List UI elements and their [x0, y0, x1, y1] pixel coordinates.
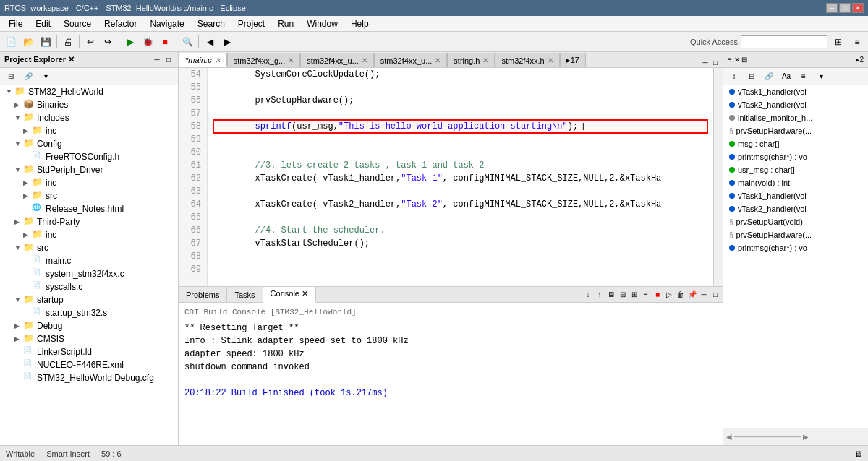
- close-tab-main-c[interactable]: ✕: [215, 56, 221, 64]
- close-tab-string-h[interactable]: ✕: [482, 56, 488, 64]
- tab-overflow[interactable]: ▸17: [560, 53, 586, 67]
- editor-scrollbar[interactable]: [713, 68, 723, 286]
- tree-item-startup[interactable]: ▼ 📁 startup: [0, 293, 178, 306]
- outline-item-main[interactable]: main(void) : int: [723, 176, 868, 189]
- outline-btn3[interactable]: 🔗: [761, 69, 777, 85]
- quick-access-input[interactable]: [741, 35, 827, 48]
- save-button[interactable]: 💾: [38, 34, 54, 50]
- console-maximize-button[interactable]: □: [710, 290, 720, 300]
- tab-console[interactable]: Console ✕: [263, 287, 316, 303]
- console-open-button[interactable]: ▷: [664, 290, 674, 300]
- menu-refactor[interactable]: Refactor: [98, 17, 142, 30]
- tree-item-stdperiph[interactable]: ▼ 📁 StdPeriph_Driver: [0, 163, 178, 176]
- outline-btn4[interactable]: Aa: [778, 69, 794, 85]
- close-tab-stm32-u2[interactable]: ✕: [435, 56, 441, 64]
- outline-item-printmsg1[interactable]: printmsg(char*) : vo: [723, 150, 868, 163]
- menu-source[interactable]: Source: [58, 17, 97, 30]
- outline-item-msg[interactable]: msg : char[]: [723, 137, 868, 150]
- menu-window[interactable]: Window: [301, 17, 344, 30]
- tree-item-debug[interactable]: ▶ 📁 Debug: [0, 319, 178, 332]
- outline-item-vtask1[interactable]: vTask1_handler(voi: [723, 85, 868, 98]
- minimize-button[interactable]: ─: [826, 3, 838, 13]
- stop-button[interactable]: ■: [157, 34, 173, 50]
- pin-button[interactable]: 📌: [687, 290, 697, 300]
- forward-button[interactable]: ▶: [219, 34, 235, 50]
- tree-item-inc1[interactable]: ▶ 📁 inc: [0, 124, 178, 137]
- tree-item-debug-cfg[interactable]: ▶ 📄 STM32_HelloWorld Debug.cfg: [0, 371, 178, 384]
- view-menu-button[interactable]: ≡: [849, 34, 865, 50]
- menu-project[interactable]: Project: [232, 17, 271, 30]
- outline-item-vtask2[interactable]: vTask2_handler(voi: [723, 98, 868, 111]
- tree-item-linker[interactable]: ▶ 📄 LinkerScript.ld: [0, 345, 178, 358]
- tree-item-binaries[interactable]: ▶ 📦 Binaries: [0, 98, 178, 111]
- outline-item-prvsetup1[interactable]: § prvSetupHardware(...: [723, 124, 868, 137]
- undo-button[interactable]: ↩: [82, 34, 98, 50]
- menu-run[interactable]: Run: [272, 17, 299, 30]
- tree-item-includes[interactable]: ▼ 📁 Includes: [0, 111, 178, 124]
- console-toolbar-btn6[interactable]: ≡: [641, 290, 651, 300]
- link-editor-button[interactable]: 🔗: [20, 69, 36, 85]
- code-editor[interactable]: 54 55 56 57 58 59 60 61 62 63 64 65 66 6…: [179, 68, 723, 286]
- tree-item-freertos-config[interactable]: ▶ 📄 FreeRTOSConfig.h: [0, 150, 178, 163]
- print-button[interactable]: 🖨: [60, 34, 76, 50]
- tab-tasks[interactable]: Tasks: [227, 287, 263, 303]
- tab-stm32-u1[interactable]: stm32f4xx_u... ✕: [300, 53, 374, 67]
- debug-button[interactable]: 🐞: [140, 34, 156, 50]
- menu-search[interactable]: Search: [192, 17, 231, 30]
- menu-help[interactable]: Help: [345, 17, 375, 30]
- tree-item-nucleo-xml[interactable]: ▶ 📄 NUCLEO-F446RE.xml: [0, 358, 178, 371]
- console-clear-button[interactable]: 🗑: [676, 290, 686, 300]
- run-button[interactable]: ▶: [122, 34, 138, 50]
- console-toolbar-btn3[interactable]: 🖥: [606, 290, 616, 300]
- tree-item-system-c[interactable]: ▶ 📄 system_stm32f4xx.c: [0, 267, 178, 280]
- tab-problems[interactable]: Problems: [179, 287, 227, 303]
- tab-string-h[interactable]: string.h ✕: [447, 53, 495, 67]
- outline-item-initialise[interactable]: initialise_monitor_h...: [723, 111, 868, 124]
- editor-minimize-button[interactable]: ─: [700, 57, 710, 67]
- outline-item-vtask1-2[interactable]: vTask1_handler(voi: [723, 189, 868, 202]
- close-button[interactable]: ✕: [852, 3, 864, 13]
- outline-btn2[interactable]: ⊟: [744, 69, 760, 85]
- tree-item-third-party[interactable]: ▶ 📁 Third-Party: [0, 215, 178, 228]
- tree-item-cmsis[interactable]: ▶ 📁 CMSIS: [0, 332, 178, 345]
- outline-item-printmsg2[interactable]: printmsg(char*) : vo: [723, 241, 868, 254]
- tab-stm32-h[interactable]: stm32f4xx.h ✕: [495, 53, 559, 67]
- editor-maximize-button[interactable]: □: [710, 57, 720, 67]
- outline-btn1[interactable]: ↕: [726, 69, 742, 85]
- back-button[interactable]: ◀: [202, 34, 218, 50]
- tree-item-src3[interactable]: ▼ 📁 src: [0, 241, 178, 254]
- perspective-button[interactable]: ⊞: [830, 34, 846, 50]
- menu-file[interactable]: File: [3, 17, 28, 30]
- maximize-button[interactable]: □: [839, 3, 851, 13]
- outline-item-vtask2-2[interactable]: vTask2_handler(voi: [723, 202, 868, 215]
- tab-main-c[interactable]: *main.c ✕: [179, 53, 227, 67]
- tree-item-mainc[interactable]: ▶ 📄 main.c: [0, 254, 178, 267]
- outline-item-prvsetup2[interactable]: § prvSetupHardware(...: [723, 228, 868, 241]
- outline-item-prvsetupu[interactable]: § prvSetupUart(void): [723, 215, 868, 228]
- tree-item-inc2[interactable]: ▶ 📁 inc: [0, 176, 178, 189]
- tab-stm32-u2[interactable]: stm32f4xx_u... ✕: [374, 53, 448, 67]
- tree-item-inc3[interactable]: ▶ 📁 inc: [0, 228, 178, 241]
- console-toolbar-btn2[interactable]: ↑: [595, 290, 605, 300]
- collapse-all-button[interactable]: ⊟: [3, 69, 19, 85]
- minimize-panel-button[interactable]: ─: [152, 55, 162, 65]
- redo-button[interactable]: ↪: [100, 34, 116, 50]
- open-button[interactable]: 📂: [20, 34, 36, 50]
- tree-item-syscalls[interactable]: ▶ 📄 syscalls.c: [0, 280, 178, 293]
- console-stop-button[interactable]: ■: [652, 290, 663, 300]
- outline-item-usrmsg[interactable]: usr_msg : char[]: [723, 163, 868, 176]
- close-tab-stm32-g[interactable]: ✕: [288, 56, 294, 64]
- tree-item-startup-s[interactable]: ▶ 📄 startup_stm32.s: [0, 306, 178, 319]
- code-content[interactable]: SystemCoreClockUpdate(); prvSetupHardwar…: [208, 68, 713, 286]
- tab-stm32-g[interactable]: stm32f4xx_g... ✕: [227, 53, 301, 67]
- close-tab-stm32-h[interactable]: ✕: [548, 56, 553, 64]
- console-toolbar-btn1[interactable]: ↓: [583, 290, 593, 300]
- tree-item-config[interactable]: ▼ 📁 Config: [0, 137, 178, 150]
- new-button[interactable]: 📄: [3, 34, 19, 50]
- explorer-menu-button[interactable]: ▾: [38, 69, 54, 85]
- console-toolbar-btn5[interactable]: ⊞: [629, 290, 639, 300]
- console-minimize-button[interactable]: ─: [699, 290, 709, 300]
- menu-navigate[interactable]: Navigate: [144, 17, 190, 30]
- tree-item-src2[interactable]: ▶ 📁 src: [0, 189, 178, 202]
- menu-edit[interactable]: Edit: [30, 17, 56, 30]
